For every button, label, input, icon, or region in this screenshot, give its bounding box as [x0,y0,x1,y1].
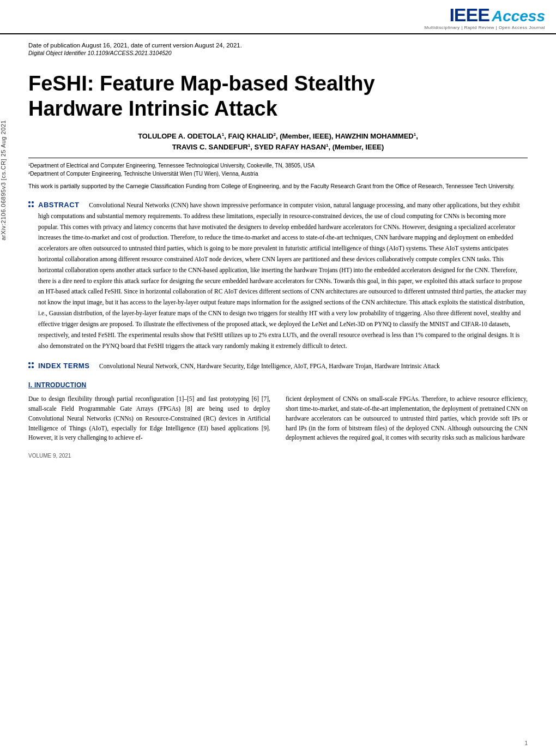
date-line: Date of publication August 16, 2021, dat… [28,42,528,49]
page-wrapper: IEEE Access Multidisciplinary | Rapid Re… [0,0,556,756]
abstract-label: ABSTRACT [38,201,80,209]
introduction-columns: Due to design flexibility through partia… [28,394,528,443]
index-terms-label: INDEX TERMS [38,362,89,370]
access-logo-text: Access [492,9,545,24]
ieee-logo: IEEE Access Multidisciplinary | Rapid Re… [425,5,545,30]
index-terms-dots-icon [28,362,34,368]
ieee-logo-sub: Multidisciplinary | Rapid Review | Open … [425,25,545,30]
doi-line: Digital Object Identifier 10.1109/ACCESS… [28,50,528,56]
affiliation-2: ²Department of Computer Engineering, Tec… [28,170,528,178]
arxiv-sidebar: arXiv:2106.06895v3 [cs.CR] 25 Aug 2021 [0,120,20,241]
affiliations: ¹Department of Electrical and Computer E… [28,158,528,178]
introduction-title: I. INTRODUCTION [28,381,528,389]
introduction-col-right: ficient deployment of CNNs on small-scal… [286,394,528,443]
abstract-section: ABSTRACT Convolutional Neural Networks (… [28,200,528,351]
index-terms-section: INDEX TERMS Convolutional Neural Network… [28,361,528,371]
top-bar: IEEE Access Multidisciplinary | Rapid Re… [0,0,556,34]
volume-line: VOLUME 9, 2021 [28,453,528,459]
introduction-section: I. INTRODUCTION Due to design flexibilit… [28,381,528,443]
affiliation-1: ¹Department of Electrical and Computer E… [28,161,528,170]
abstract-dots-icon [28,201,34,207]
introduction-col-left: Due to design flexibility through partia… [28,394,270,443]
paper-title: FeSHI: Feature Map-based Stealthy Hardwa… [28,71,528,121]
abstract-header: ABSTRACT Convolutional Neural Networks (… [28,200,528,351]
page-number: 1 [524,740,528,746]
index-terms-header: INDEX TERMS Convolutional Neural Network… [28,361,528,371]
funding-note: This work is partially supported by the … [28,182,528,191]
index-terms-text: Convolutional Neural Network, CNN, Hardw… [96,363,439,369]
abstract-text: Convolutional Neural Networks (CNN) have… [38,202,527,349]
main-content: Date of publication August 16, 2021, dat… [0,42,556,459]
ieee-logo-text: IEEE [449,5,489,24]
authors: TOLULOPE A. ODETOLA1, FAIQ KHALID2, (Mem… [28,131,528,152]
